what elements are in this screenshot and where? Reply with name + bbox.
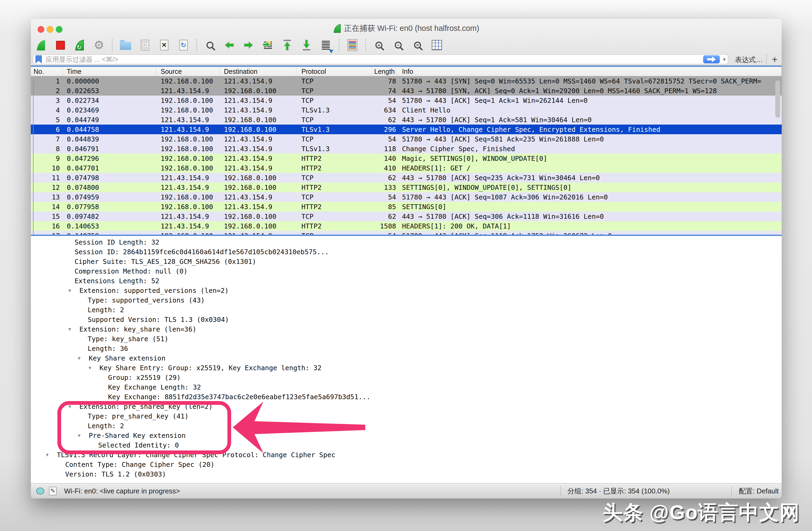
detail-tree-row[interactable]: Type: pre_shared_key (41) — [31, 411, 782, 421]
packet-row[interactable]: 40.023469192.168.0.100 121.43.154.9TLSv1… — [31, 105, 782, 115]
close-file-icon[interactable]: ✕ — [158, 38, 171, 52]
detail-tree-row[interactable]: Extensions Length: 52 — [31, 276, 782, 285]
expand-triangle-icon[interactable]: ▼ — [68, 404, 76, 409]
tcp-stream-indicator-line — [33, 81, 33, 236]
expand-triangle-icon[interactable]: ▼ — [46, 452, 54, 458]
detail-tree-row[interactable]: Session ID Length: 32 — [31, 237, 782, 247]
expression-button[interactable]: 表达式… — [734, 55, 764, 65]
stop-capture-icon[interactable] — [54, 38, 67, 52]
detail-tree-row[interactable]: Length: 36 — [31, 344, 782, 353]
expand-triangle-icon[interactable]: ▼ — [78, 355, 86, 361]
detail-tree-row[interactable]: Length: 2 — [31, 421, 782, 431]
zoom-window-button[interactable] — [56, 26, 62, 33]
packet-list-pane: No. Time Source Destination Protocol Len… — [31, 66, 782, 236]
packet-row[interactable]: 110.074798121.43.154.9 192.168.0.100TCP6… — [31, 173, 782, 183]
detail-tree-row[interactable]: Key Exchange: 8851fd2d35e3747bac6c2e0e6e… — [31, 392, 782, 402]
packet-row[interactable]: 80.046791192.168.0.100 121.43.154.9TLSv1… — [31, 144, 782, 154]
column-header-protocol[interactable]: Protocol — [296, 67, 372, 76]
go-back-icon[interactable] — [223, 38, 236, 52]
zoom-reset-icon[interactable]: = — [411, 38, 424, 52]
save-file-icon[interactable]: 010101010 — [139, 38, 151, 52]
column-header-info[interactable]: Info — [396, 67, 782, 76]
display-filter-input[interactable]: 应用显示过滤器 ... <⌘/> ▾ — [33, 55, 728, 64]
go-to-packet-icon[interactable] — [261, 38, 274, 52]
detail-tree-row[interactable]: Group: x25519 (29) — [31, 373, 782, 382]
status-separator — [561, 486, 561, 497]
packet-row[interactable]: 90.047296192.168.0.100 121.43.154.9HTTP2… — [31, 154, 782, 163]
packet-row[interactable]: 50.044749121.43.154.9 192.168.0.100TCP62… — [31, 115, 782, 125]
detail-tree-row[interactable]: Key Exchange Length: 32 — [31, 382, 782, 392]
detail-tree-row[interactable]: ▼ Extension: pre_shared_key (len=2) — [31, 402, 782, 411]
column-header-source[interactable]: Source — [156, 67, 220, 76]
start-capture-icon[interactable] — [34, 38, 47, 52]
detail-tree-row[interactable]: ▼ Extension: supported_versions (len=2) — [31, 285, 782, 295]
toolbar-separator — [365, 39, 366, 51]
expert-info-icon[interactable] — [36, 488, 44, 494]
detail-tree-row[interactable]: ▼ Extension: key_share (len=36) — [31, 324, 782, 334]
packet-rows: 10.000000192.168.0.100 121.43.154.9TCP78… — [31, 76, 782, 236]
go-forward-icon[interactable] — [242, 38, 255, 52]
packet-row[interactable]: 10.000000192.168.0.100 121.43.154.9TCP78… — [31, 76, 782, 86]
packet-row[interactable]: 60.044758121.43.154.9 192.168.0.100TLSv1… — [31, 125, 782, 134]
packet-row[interactable]: 150.097482121.43.154.9 192.168.0.100TCP6… — [31, 211, 782, 221]
detail-tree-row[interactable]: Selected Identity: 0 — [31, 440, 782, 450]
capture-comment-icon[interactable]: ✎ — [49, 487, 57, 495]
detail-tree-row[interactable]: ▼ Key Share Entry: Group: x25519, Key Ex… — [31, 363, 782, 373]
apply-filter-button[interactable] — [703, 55, 720, 64]
filter-history-caret-icon[interactable]: ▾ — [723, 56, 726, 62]
packet-row[interactable]: 100.047701192.168.0.100 121.43.154.9HTTP… — [31, 163, 782, 173]
restart-capture-icon[interactable]: ↻ — [73, 38, 86, 52]
expand-triangle-icon[interactable]: ▼ — [78, 433, 86, 438]
detail-tree-row[interactable]: Session ID: 2864b1159fce6c0d4160a614df1e… — [31, 247, 782, 257]
detail-tree-row[interactable]: ▼ Key Share extension — [31, 353, 782, 363]
zoom-in-icon[interactable]: + — [373, 38, 385, 52]
detail-tree-row[interactable]: Cipher Suite: TLS_AES_128_GCM_SHA256 (0x… — [31, 257, 782, 266]
resize-columns-icon[interactable] — [431, 38, 443, 52]
packet-row[interactable]: 130.074959192.168.0.100 121.43.154.9TCP5… — [31, 192, 782, 202]
column-header-destination[interactable]: Destination — [220, 67, 296, 76]
packet-row[interactable]: 160.140653121.43.154.9 192.168.0.100HTTP… — [31, 221, 782, 231]
column-header-length[interactable]: Length — [372, 67, 396, 76]
detail-tree-row[interactable]: Type: key_share (51) — [31, 334, 782, 344]
packet-row[interactable]: 20.022653121.43.154.9 192.168.0.100TCP74… — [31, 86, 782, 96]
minimize-window-button[interactable] — [47, 26, 53, 33]
detail-tree-row[interactable]: ▼ TLSv1.3 Record Layer: Change Cipher Sp… — [31, 450, 782, 460]
toolbar-separator — [339, 39, 339, 51]
title-bar: 正在捕获 Wi-Fi: en0 (host halfrost.com) — [31, 19, 782, 36]
packet-row[interactable]: 120.074800121.43.154.9 192.168.0.100HTTP… — [31, 183, 782, 192]
status-bar: ✎ Wi-Fi: en0: <live capture in progress>… — [31, 483, 782, 499]
filter-bookmark-icon[interactable] — [35, 55, 42, 64]
zoom-out-icon[interactable]: − — [392, 38, 405, 52]
open-file-icon[interactable] — [119, 38, 132, 52]
find-packet-icon[interactable] — [204, 38, 216, 52]
detail-tree-row[interactable]: Supported Version: TLS 1.3 (0x0304) — [31, 315, 782, 324]
column-header-no[interactable]: No. — [31, 67, 62, 76]
detail-tree-row[interactable]: Type: supported_versions (43) — [31, 295, 782, 305]
go-first-packet-icon[interactable] — [281, 38, 294, 52]
expand-triangle-icon[interactable]: ▼ — [68, 326, 76, 332]
expand-triangle-icon[interactable]: ▼ — [68, 288, 76, 293]
status-separator — [731, 486, 732, 497]
packet-list-scrollbar[interactable] — [775, 80, 780, 118]
packet-row[interactable]: 70.044839192.168.0.100 121.43.154.9TCP54… — [31, 134, 782, 144]
profile-text[interactable]: 配置: Default — [739, 486, 779, 496]
column-header-time[interactable]: Time — [62, 67, 156, 76]
svg-text:↻: ↻ — [77, 44, 82, 51]
capture-options-icon[interactable]: ⚙ — [92, 38, 105, 52]
detail-tree-row[interactable]: Compression Method: null (0) — [31, 266, 782, 276]
colorize-packets-icon[interactable] — [346, 38, 359, 52]
go-last-packet-icon[interactable] — [300, 38, 313, 52]
toolbar-separator — [112, 39, 113, 51]
auto-scroll-icon[interactable] — [319, 38, 332, 52]
packet-row[interactable]: 30.022734192.168.0.100 121.43.154.9TCP54… — [31, 96, 782, 105]
expand-triangle-icon[interactable]: ▼ — [88, 365, 97, 371]
detail-tree-row[interactable]: Length: 2 — [31, 305, 782, 315]
packet-row[interactable]: 140.077958192.168.0.100 121.43.154.9HTTP… — [31, 202, 782, 211]
detail-tree-row[interactable]: Version: TLS 1.2 (0x0303) — [31, 469, 782, 479]
add-filter-button[interactable]: + — [769, 54, 781, 65]
packet-row[interactable]: 170.140759192.168.0.100 121.43.154.9TCP5… — [31, 231, 782, 236]
reload-file-icon[interactable]: ↻ — [177, 38, 190, 52]
detail-tree-row[interactable]: ▼ Pre-Shared Key extension — [31, 431, 782, 440]
close-window-button[interactable] — [38, 26, 44, 33]
detail-tree-row[interactable]: Content Type: Change Cipher Spec (20) — [31, 460, 782, 469]
